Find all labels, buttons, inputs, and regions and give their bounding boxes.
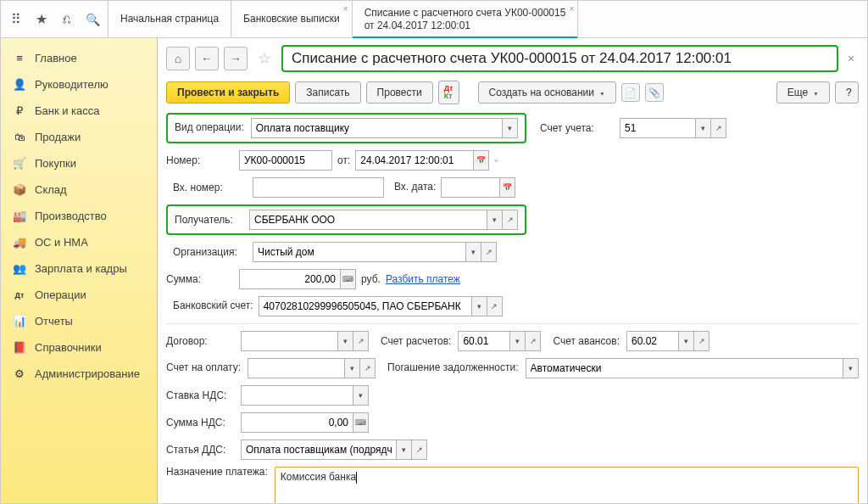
calendar-button[interactable]: 📅 [474,150,489,171]
more-button[interactable]: Еще [776,81,830,104]
tabs: Начальная страница Банковские выписки × … [108,1,578,37]
dropdown-button[interactable]: ▾ [338,331,353,351]
org-field[interactable] [253,242,466,262]
topbar: ⠿ ★ ⎌ 🔍 Начальная страница Банковские вы… [1,1,867,38]
split-payment-link[interactable]: Разбить платеж [386,273,460,285]
sidebar-item-warehouse[interactable]: 📦Склад [1,176,157,203]
sidebar-item-admin[interactable]: ⚙Администрирование [1,361,157,387]
dropdown-button[interactable]: ▾ [843,358,859,378]
sidebar-item-catalogs[interactable]: 📕Справочники [1,334,157,361]
save-button[interactable]: Записать [295,81,360,104]
sidebar-item-operations[interactable]: ДтОперации [1,282,157,308]
sidebar-item-reports[interactable]: 📊Отчеты [1,308,157,334]
open-button[interactable]: ↗ [412,440,427,460]
star-icon[interactable]: ★ [33,11,50,28]
label-account: Счет учета: [540,122,615,134]
sidebar-item-main[interactable]: ≡Главное [1,45,157,71]
create-based-button[interactable]: Создать на основании [478,81,616,104]
date-field[interactable] [355,150,474,171]
tab-payment-doc[interactable]: Списание с расчетного счета УК00-000015 … [353,1,579,37]
close-icon[interactable]: × [570,4,575,14]
dropdown-button[interactable]: ▾ [503,118,518,138]
dtkt-button[interactable]: ДтКт [438,81,459,104]
close-button[interactable]: × [843,51,859,66]
box-icon: 📦 [13,183,26,196]
label-purpose: Назначение платежа: [166,467,268,478]
dropdown-button[interactable]: ▾ [487,210,503,230]
tab-home[interactable]: Начальная страница [108,1,231,37]
vat-rate-field[interactable] [241,385,353,406]
pay-account-field[interactable] [248,358,345,378]
print-button[interactable]: 📄 [621,83,640,102]
chart-icon: 📊 [13,315,26,328]
attach-button[interactable]: 📎 [645,83,664,102]
sum-field[interactable] [239,269,341,289]
account-field[interactable] [620,118,696,138]
open-button[interactable]: ↗ [694,331,709,351]
number-field[interactable] [239,150,332,171]
forward-button[interactable]: → [224,47,248,70]
search-icon[interactable]: 🔍 [84,11,101,28]
purpose-text: Комиссия банка [281,471,356,483]
dropdown-button[interactable]: ▾ [679,331,694,351]
calc-button[interactable]: ⌨ [341,269,356,289]
in-number-field[interactable] [253,177,384,198]
open-button[interactable]: ↗ [487,296,503,316]
dropdown-button[interactable]: ▾ [353,385,369,406]
in-date-field[interactable] [441,177,500,198]
advance-acc-field[interactable] [626,331,679,351]
settle-acc-field[interactable] [458,331,510,351]
sidebar-item-label: Производство [35,210,107,222]
sidebar-item-label: Банк и касса [35,104,100,117]
dds-field[interactable] [241,440,397,460]
dropdown-button[interactable]: ▾ [345,358,360,378]
label-in-number: Вх. номер: [173,182,248,193]
open-button[interactable]: ↗ [711,118,726,138]
dropdown-button[interactable]: ▾ [510,331,526,351]
open-button[interactable]: ↗ [503,210,518,230]
sidebar-item-label: Руководителю [35,78,108,91]
history-icon[interactable]: ⎌ [58,11,75,28]
tab-bank-statements[interactable]: Банковские выписки × [231,1,353,37]
bank-account-field[interactable] [259,296,472,316]
post-and-close-button[interactable]: Провести и закрыть [166,81,290,104]
dropdown-button[interactable]: ▾ [696,118,711,138]
sidebar-item-production[interactable]: 🏭Производство [1,203,157,229]
favorite-star-icon[interactable]: ☆ [253,47,276,70]
label-vat-sum: Сумма НДС: [166,417,234,428]
open-button[interactable]: ↗ [526,331,541,351]
sidebar-item-bank[interactable]: ₽Банк и касса [1,98,157,124]
home-button[interactable]: ⌂ [166,47,190,70]
button-label: Еще [787,87,808,98]
sidebar-item-label: ОС и НМА [35,236,88,249]
truck-icon: 🚚 [13,236,26,249]
open-button[interactable]: ↗ [353,331,369,351]
gear-icon: ⚙ [13,367,26,380]
post-button[interactable]: Провести [366,81,433,104]
open-button[interactable]: ↗ [360,358,376,378]
contract-field[interactable] [241,331,338,351]
recipient-field[interactable] [249,210,487,230]
label-in-date: Вх. дата: [394,182,436,193]
open-button[interactable]: ↗ [481,242,497,262]
vat-sum-field[interactable] [241,412,353,433]
label-bank-account: Банковский счет: [173,300,253,311]
sidebar-item-hr[interactable]: 👥Зарплата и кадры [1,255,157,282]
calc-button[interactable]: ⌨ [353,412,369,433]
sidebar-item-manager[interactable]: 👤Руководителю [1,71,157,98]
apps-icon[interactable]: ⠿ [8,11,25,28]
op-type-select[interactable] [251,118,503,138]
dropdown-button[interactable]: ▾ [397,440,412,460]
repayment-field[interactable] [526,358,843,378]
sidebar-item-purchases[interactable]: 🛒Покупки [1,150,157,176]
sidebar-item-assets[interactable]: 🚚ОС и НМА [1,229,157,255]
purpose-textarea[interactable]: Комиссия банка [275,467,859,503]
calendar-button[interactable]: 📅 [500,177,515,198]
close-icon[interactable]: × [343,4,348,14]
sidebar-item-sales[interactable]: 🛍Продажи [1,124,157,150]
help-button[interactable]: ? [835,81,859,104]
back-button[interactable]: ← [195,47,219,70]
dropdown-button[interactable]: ▾ [466,242,481,262]
dropdown-button[interactable]: ▾ [472,296,487,316]
document-title: Списание с расчетного счета УК00-000015 … [281,45,838,72]
